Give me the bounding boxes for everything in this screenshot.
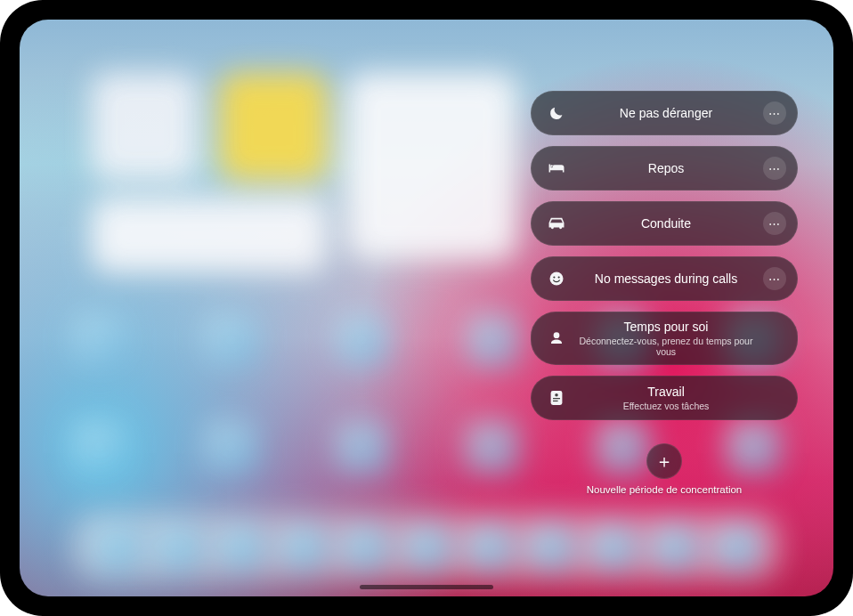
dock — [73, 513, 780, 580]
widget-calendar — [347, 73, 516, 260]
badge-icon — [544, 389, 569, 407]
widget-clock — [91, 73, 198, 180]
dock-app — [713, 523, 760, 570]
more-icon[interactable]: ⋯ — [763, 101, 786, 125]
app-icon — [204, 313, 257, 367]
focus-mode-label: Conduite — [641, 216, 691, 231]
focus-mode-text: No messages during calls — [569, 272, 763, 286]
person-icon — [544, 330, 569, 346]
ipad-frame: Ne pas déranger⋯Repos⋯Conduite⋯No messag… — [0, 0, 853, 616]
focus-mode-text: Repos — [569, 161, 763, 175]
widget-reminders — [91, 198, 327, 273]
plus-icon: ＋ — [655, 450, 673, 474]
focus-mode-moon[interactable]: Ne pas déranger⋯ — [531, 91, 798, 135]
focus-mode-text: Temps pour soiDéconnectez-vous, prenez d… — [569, 320, 763, 357]
focus-mode-text: TravailEffectuez vos tâches — [569, 385, 763, 411]
more-icon[interactable]: ⋯ — [763, 267, 786, 290]
svg-point-6 — [555, 393, 558, 397]
bed-icon — [544, 162, 569, 174]
screen: Ne pas déranger⋯Repos⋯Conduite⋯No messag… — [20, 20, 833, 596]
new-focus-button[interactable]: ＋ — [646, 443, 682, 479]
app-icon — [73, 420, 126, 474]
smile-icon — [544, 271, 569, 287]
more-icon[interactable]: ⋯ — [763, 212, 786, 235]
svg-rect-5 — [553, 401, 558, 401]
moon-icon — [544, 105, 569, 121]
dock-app — [527, 523, 573, 570]
dock-app — [217, 523, 264, 570]
focus-mode-label: No messages during calls — [595, 272, 737, 286]
more-icon[interactable]: ⋯ — [763, 157, 786, 180]
focus-mode-subtitle: Déconnectez-vous, prenez du temps pour v… — [577, 336, 755, 357]
dock-app — [341, 523, 387, 570]
widget-notes — [220, 73, 327, 180]
focus-mode-car[interactable]: Conduite⋯ — [531, 201, 798, 246]
app-icon — [465, 420, 518, 474]
focus-panel: Ne pas déranger⋯Repos⋯Conduite⋯No messag… — [531, 91, 798, 495]
focus-mode-badge[interactable]: TravailEffectuez vos tâches⋯ — [531, 376, 798, 420]
dock-app — [155, 523, 201, 570]
app-icon — [465, 313, 518, 367]
focus-mode-bed[interactable]: Repos⋯ — [531, 146, 798, 190]
focus-mode-person[interactable]: Temps pour soiDéconnectez-vous, prenez d… — [531, 312, 798, 365]
home-indicator[interactable] — [360, 585, 493, 589]
dock-app — [403, 523, 450, 570]
app-icon — [335, 420, 388, 474]
dock-app — [651, 523, 697, 570]
new-focus-label: Nouvelle période de concentration — [587, 484, 743, 495]
dock-app — [93, 523, 140, 570]
focus-mode-subtitle: Effectuez vos tâches — [623, 401, 710, 411]
focus-mode-text: Ne pas déranger — [569, 106, 763, 120]
svg-rect-4 — [553, 398, 560, 399]
focus-mode-text: Conduite — [569, 216, 763, 231]
svg-point-2 — [558, 276, 560, 278]
app-icon — [204, 420, 257, 474]
dock-app — [466, 523, 512, 570]
car-icon — [544, 216, 569, 231]
focus-mode-label: Travail — [647, 385, 685, 399]
svg-point-0 — [550, 272, 564, 286]
dock-app — [280, 523, 326, 570]
focus-mode-smile[interactable]: No messages during calls⋯ — [531, 256, 798, 301]
focus-mode-label: Temps pour soi — [624, 320, 709, 334]
focus-mode-label: Repos — [648, 161, 684, 175]
svg-point-1 — [553, 276, 555, 278]
app-icon — [335, 313, 388, 367]
app-icon — [73, 313, 126, 367]
dock-app — [589, 523, 636, 570]
new-focus-wrap: ＋Nouvelle période de concentration — [587, 443, 743, 495]
focus-mode-label: Ne pas déranger — [620, 106, 712, 120]
